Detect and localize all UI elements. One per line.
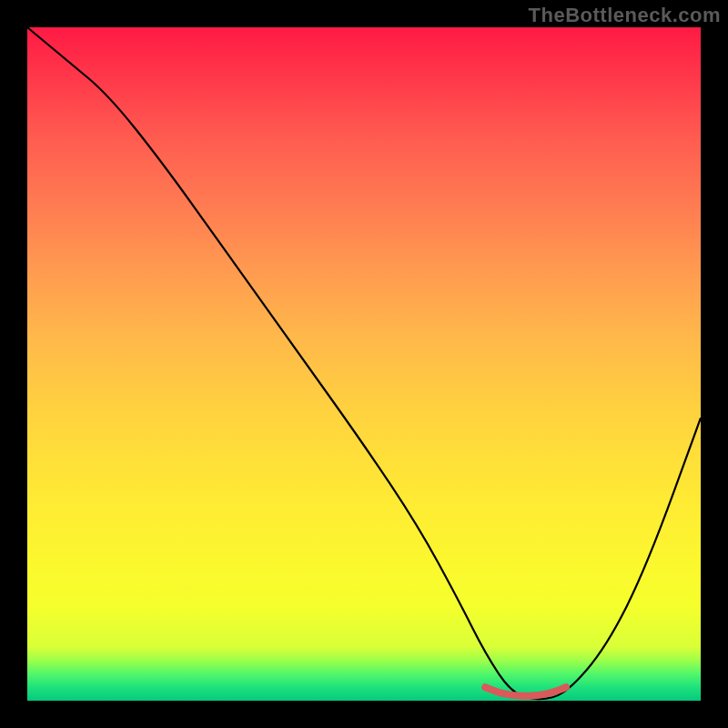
chart-frame: TheBottleneck.com bbox=[0, 0, 728, 728]
plot-area bbox=[27, 27, 701, 701]
watermark-text: TheBottleneck.com bbox=[529, 4, 721, 27]
optimal-flat-segment bbox=[485, 687, 566, 695]
bottleneck-curve bbox=[27, 27, 701, 699]
curve-svg bbox=[27, 27, 701, 701]
